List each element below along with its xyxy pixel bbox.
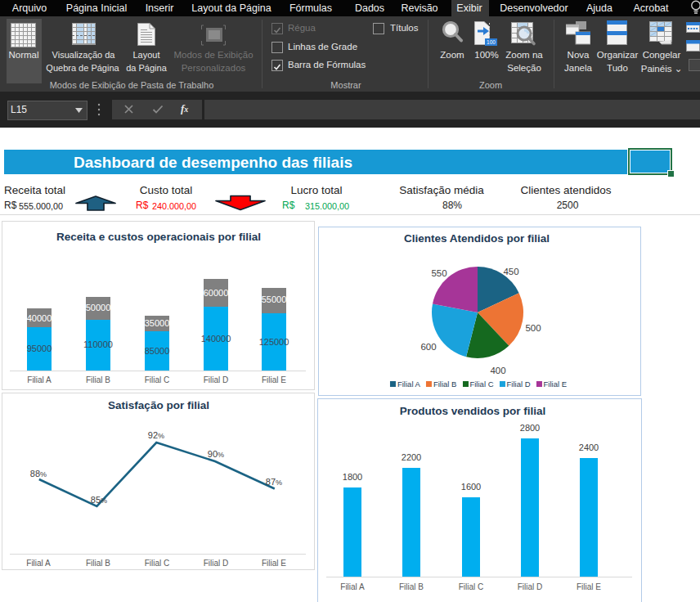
svg-text:100: 100 [487, 39, 496, 45]
